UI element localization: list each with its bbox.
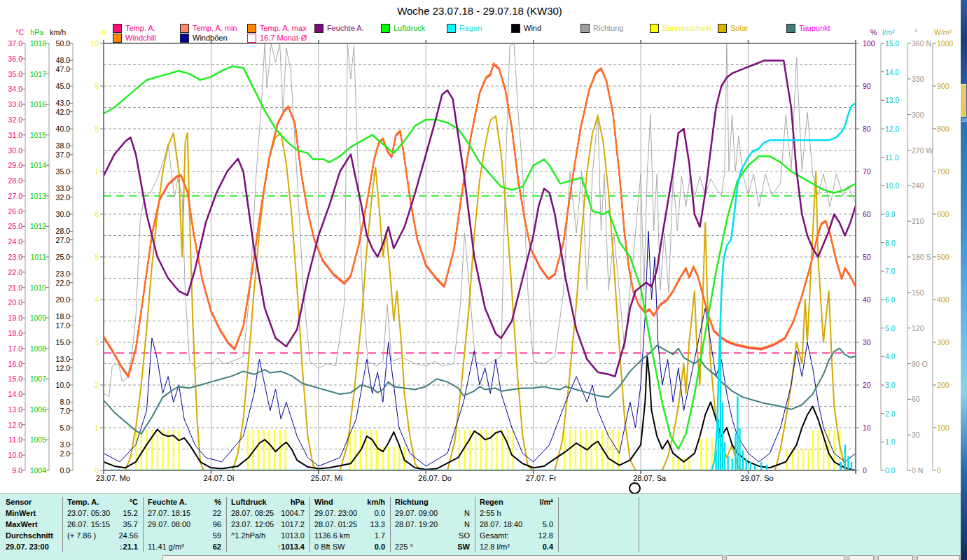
axis-tick-label-solar: 500 — [937, 253, 949, 261]
axis-tick-label-solar: 900 — [937, 83, 949, 90]
time-slider-handle[interactable] — [629, 482, 641, 494]
axis-tick-label-rain: 9.0 — [885, 211, 896, 218]
axis-tick-label-rain: 12.0 — [885, 125, 899, 133]
axis-tick-label-wind: 25.0 — [38, 253, 70, 261]
table-value: 15.2 — [61, 508, 138, 518]
axis-tick-label-wind: 27.0 — [38, 237, 70, 244]
axis-tick-label-pct: 0 — [863, 467, 867, 475]
table-column-separator — [390, 497, 391, 552]
table-current-value: ↑1013.4 — [228, 542, 305, 552]
axis-tick-label-wind: 22.0 — [38, 279, 70, 287]
axis-tick-label-wind: 5.0 — [38, 424, 70, 432]
desktop-wallpaper-strip: 10 — [961, 0, 967, 560]
axis-tick-label-wind: 38.0 — [38, 142, 70, 150]
x-axis-day-label: 27.07. Fr — [526, 474, 557, 482]
axis-tick-label-rain: 3.0 — [885, 382, 896, 389]
table-value: 1017.2 — [228, 519, 305, 529]
axis-tick-label-solar: 700 — [937, 168, 949, 176]
table-column-separator — [558, 497, 559, 552]
table-value: 1004.7 — [228, 508, 305, 518]
axis-tick-label-temp: 36.0 — [0, 55, 22, 63]
x-axis-day-label: 28.07. Sa — [633, 474, 666, 482]
bottom-panel-edge — [162, 555, 723, 560]
axis-tick-label-wind: 35.0 — [38, 168, 70, 176]
table-row-label: MinWert — [6, 508, 36, 518]
axis-tick-label-wind: 37.0 — [38, 151, 70, 159]
axis-unit-sun: h — [74, 29, 106, 36]
axis-unit-pct: % — [870, 29, 877, 36]
axis-tick-label-pct: 20 — [863, 382, 871, 389]
axis-tick-label-temp: 20.0 — [0, 299, 22, 307]
table-col-unit: l/m² — [476, 497, 553, 507]
axis-tick-label-solar: 100 — [937, 424, 949, 432]
table-row-label: MaxWert — [6, 519, 38, 529]
table-row-label: Sensor — [6, 497, 32, 507]
axis-tick-label-wind: 28.0 — [38, 227, 70, 235]
bottom-panel-edge — [726, 555, 844, 560]
table-value: SO — [393, 531, 470, 540]
table-value: 13.3 — [308, 519, 385, 529]
table-col-header: Richtung — [395, 497, 429, 507]
axis-tick-label-rain: 0.0 — [885, 467, 896, 475]
axis-tick-label-solar: 400 — [937, 296, 949, 304]
bottom-panel-strip — [0, 555, 961, 560]
axis-tick-label-rain: 7.0 — [885, 267, 896, 275]
trend-arrow-icon: ↓ — [119, 542, 123, 551]
axis-tick-label-rain: 4.0 — [885, 353, 896, 360]
axis-tick-label-dir: 300 — [912, 111, 924, 119]
axis-unit-dir: ° — [914, 29, 917, 36]
axis-tick-label-rain: 14.0 — [885, 69, 899, 76]
axis-tick-label-temp: 22.0 — [0, 269, 22, 276]
axis-tick-label-rain: 15.0 — [885, 40, 899, 48]
axis-tick-label-rain: 10.0 — [885, 182, 899, 190]
bottom-panel-edge — [878, 555, 913, 560]
weather-app-window: { "title": "Woche 23.07.18 - 29.07.18 (K… — [0, 0, 967, 560]
table-value: N — [393, 519, 470, 529]
axis-tick-label-wind: 17.0 — [38, 322, 70, 330]
bottom-panel-edge — [917, 555, 960, 560]
axis-tick-label-sun: 10 — [67, 40, 99, 48]
desktop-folder-icon — [961, 84, 966, 117]
axis-tick-label-solar: 0 — [937, 467, 941, 475]
table-value: 22 — [144, 508, 221, 518]
table-col-unit: hPa — [228, 497, 305, 507]
axis-tick-label-wind: 50.0 — [38, 40, 70, 48]
table-column-separator — [639, 497, 639, 552]
axis-tick-label-wind: 30.0 — [38, 211, 70, 218]
x-axis-day-label: 23.07. Mo — [96, 474, 130, 482]
table-col-unit: °C — [61, 497, 138, 507]
axis-tick-label-sun: 8 — [67, 125, 99, 133]
axis-tick-label-dir: 240 — [912, 182, 924, 190]
table-value: 35.7 — [61, 519, 138, 529]
axis-tick-label-rain: 6.0 — [885, 296, 896, 304]
axis-tick-label-rain: 5.0 — [885, 325, 896, 332]
axis-tick-label-temp: 18.0 — [0, 330, 22, 337]
axis-tick-label-wind: 15.0 — [38, 339, 70, 346]
axis-tick-label-pct: 60 — [863, 211, 871, 218]
chart-svg — [0, 0, 967, 560]
axis-tick-label-wind: 40.0 — [38, 125, 70, 133]
table-col-unit: % — [144, 497, 221, 507]
axis-tick-label-pct: 90 — [863, 83, 871, 90]
axis-tick-label-pct: 70 — [863, 168, 871, 176]
axis-tick-label-wind: 23.0 — [38, 270, 70, 278]
x-axis-day-label: 26.07. Do — [418, 474, 452, 482]
axis-tick-label-dir: 30 — [912, 431, 920, 439]
axis-tick-label-solar: 300 — [937, 339, 949, 346]
table-value: 96 — [144, 519, 221, 529]
axis-tick-label-wind: 47.0 — [38, 66, 70, 74]
axis-unit-solar: W/m² — [934, 29, 952, 36]
axis-tick-label-sun: 9 — [67, 83, 99, 90]
table-value: SW — [393, 542, 470, 552]
axis-tick-label-dir: 180 S — [912, 253, 931, 261]
axis-tick-label-sun: 2 — [67, 382, 99, 389]
axis-tick-label-solar: 800 — [937, 125, 949, 133]
table-value: 24.56 — [61, 531, 138, 540]
axis-tick-label-wind: 13.0 — [38, 356, 70, 363]
axis-tick-label-wind: 43.0 — [38, 99, 70, 107]
table-value: 5.0 — [476, 519, 553, 529]
bottom-strip-left — [0, 555, 162, 560]
table-row-label: Durchschnitt — [6, 531, 53, 540]
axis-tick-label-sun: 7 — [67, 168, 99, 176]
x-axis-day-label: 25.07. Mi — [311, 474, 342, 482]
